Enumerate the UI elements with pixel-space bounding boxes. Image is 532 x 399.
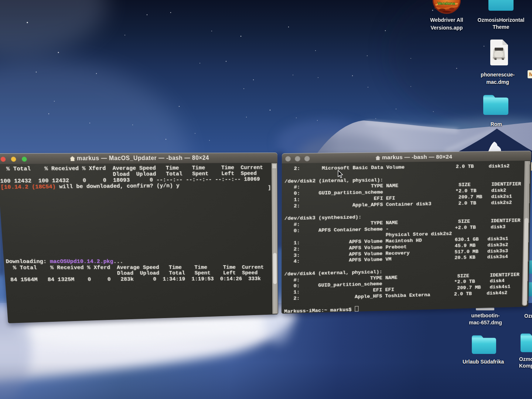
svg-text:Versions: Versions: [437, 1, 455, 6]
